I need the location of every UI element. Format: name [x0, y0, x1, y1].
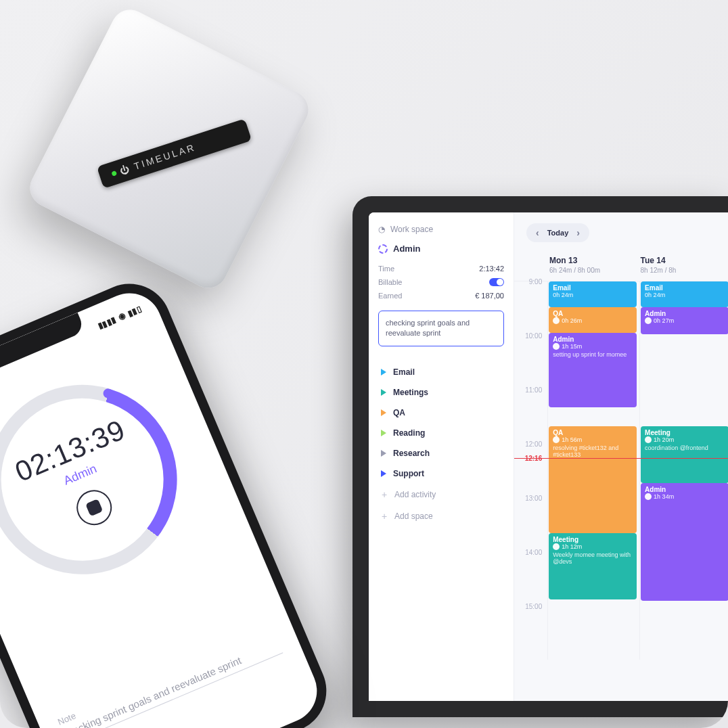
time-tick: 14:00	[525, 549, 542, 556]
activity-color-dot	[378, 244, 388, 254]
calendar-event[interactable]: Admin$1h 15msetting up sprint for momee	[549, 333, 637, 407]
play-icon	[381, 450, 386, 457]
time-tick: 11:00	[525, 386, 542, 394]
note-label: Note	[56, 627, 275, 727]
billable-icon: $	[553, 317, 560, 324]
calendar-event[interactable]: QA$0h 26m	[549, 307, 637, 333]
activity-item[interactable]: Meetings	[378, 383, 504, 402]
calendar-event[interactable]: Admin$1h 34m	[641, 483, 728, 601]
note-input[interactable]: checking sprint goals and reevaluate spr…	[378, 311, 504, 346]
activity-item[interactable]: Reading	[378, 424, 504, 442]
stat-time-label: Time	[378, 265, 394, 273]
stat-billable-label: Billable	[378, 278, 402, 286]
activity-item[interactable]: Support	[378, 464, 504, 483]
day-column[interactable]: Email0h 24mQA$0h 26mAdmin$1h 15msetting …	[547, 281, 639, 660]
billable-icon: $	[645, 317, 652, 324]
billable-icon: $	[553, 343, 560, 350]
add-space-button[interactable]: +Add space	[378, 506, 504, 526]
add-activity-button[interactable]: +Add activity	[378, 484, 504, 505]
wifi-icon: ◉	[117, 311, 127, 322]
note-text[interactable]: checking sprint goals and reevaluate spr…	[62, 638, 283, 728]
phone-mockup: 15:37 ⚡ ▮▮▮▮ ◉ ▮▮▯ 02:13:39 Admin	[0, 271, 340, 728]
laptop-mockup: ◔ Work space Admin Time 2:13:42 Billable…	[352, 196, 728, 717]
play-icon	[381, 430, 386, 436]
signal-icon: ▮▮▮▮	[96, 315, 117, 331]
stat-earned-label: Earned	[378, 292, 402, 300]
day-column[interactable]: Email0h 24mAdmin$0h 27mMeeting$1h 20mcoo…	[639, 281, 728, 660]
time-tick: 9:00	[529, 278, 542, 286]
billable-icon: $	[645, 493, 652, 500]
day-header: Tue 148h 12m / 8h	[641, 256, 729, 281]
calendar-view: ‹ Today › Mon 136h 24m / 8h 00mTue 148h …	[514, 212, 728, 701]
current-activity-title[interactable]: Admin	[378, 244, 504, 254]
billable-icon: $	[645, 436, 652, 443]
activity-item[interactable]: Email	[378, 363, 504, 382]
time-tick: 13:00	[525, 495, 542, 502]
calendar-event[interactable]: Meeting$1h 12mWeekly momee meeting with …	[549, 533, 637, 599]
activity-item[interactable]: QA	[378, 403, 504, 422]
plus-icon: +	[381, 489, 388, 500]
play-icon	[381, 409, 386, 416]
tracker-led-icon	[111, 170, 117, 176]
power-icon: ⏻	[118, 163, 131, 177]
play-icon	[381, 369, 386, 376]
billable-toggle[interactable]	[489, 278, 504, 286]
clock-icon: ◔	[378, 225, 385, 234]
stop-button[interactable]	[71, 484, 117, 530]
time-tick: 12:00	[525, 440, 542, 448]
play-icon	[381, 470, 386, 477]
calendar-event[interactable]: Admin$0h 27m	[641, 307, 728, 334]
time-tick: 15:00	[525, 603, 542, 610]
workspace-label[interactable]: Work space	[390, 225, 433, 234]
billable-icon: $	[553, 436, 560, 443]
date-range-control: ‹ Today ›	[526, 223, 589, 242]
current-time-line	[514, 458, 728, 459]
battery-icon: ▮▮▯	[127, 304, 143, 318]
plus-icon: +	[381, 511, 388, 522]
time-tick: 10:00	[525, 332, 542, 340]
billable-icon: $	[553, 543, 560, 550]
stat-time-value: 2:13:42	[479, 265, 504, 273]
today-label[interactable]: Today	[547, 229, 569, 237]
next-day-button[interactable]: ›	[576, 227, 580, 238]
day-header: Mon 136h 24m / 8h 00m	[549, 256, 641, 281]
timeular-tracker-device: ⏻ TIMEULAR	[7, 0, 332, 311]
timer-progress-ring: 02:13:39 Admin	[0, 361, 200, 598]
calendar-event[interactable]: Email0h 24m	[641, 281, 728, 307]
stat-earned-value: € 187,00	[475, 292, 504, 300]
activity-panel: ◔ Work space Admin Time 2:13:42 Billable…	[369, 212, 514, 701]
calendar-event[interactable]: Email0h 24m	[549, 281, 637, 307]
phone-status-icons: ▮▮▮▮ ◉ ▮▮▯	[96, 302, 144, 332]
prev-day-button[interactable]: ‹	[536, 227, 539, 238]
calendar-event[interactable]: Meeting$1h 20mcoordination @frontend	[641, 426, 728, 483]
play-icon	[381, 389, 386, 396]
activity-item[interactable]: Research	[378, 444, 504, 463]
calendar-event[interactable]: QA$1h 56mresolving #ticket132 and #ticke…	[549, 426, 637, 533]
